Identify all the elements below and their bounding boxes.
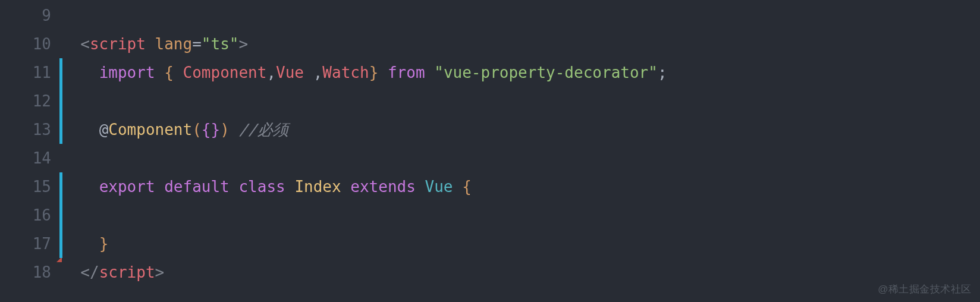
- line-number: 18: [0, 258, 51, 287]
- code-area[interactable]: <script lang="ts"> import { Component,Vu…: [62, 0, 667, 302]
- line-number: 16: [0, 201, 51, 229]
- code-line: [62, 1, 667, 30]
- code-line: [62, 144, 667, 172]
- code-line: </script>: [62, 258, 667, 287]
- code-line: @Component({}) //必须: [62, 115, 667, 144]
- code-line: import { Component,Vue ,Watch} from "vue…: [62, 58, 667, 87]
- modified-indicator: [59, 58, 62, 87]
- modified-indicator: [59, 229, 62, 258]
- line-number: 13: [0, 115, 51, 144]
- code-line: }: [62, 229, 667, 258]
- line-number: 17: [0, 229, 51, 258]
- code-line: <script lang="ts">: [62, 30, 667, 58]
- code-editor[interactable]: 9 10 11 12 13 14 15 16 17 18 <script lan…: [0, 0, 980, 302]
- line-number: 9: [0, 1, 51, 30]
- modified-indicator: [59, 172, 62, 201]
- code-line: export default class Index extends Vue {: [62, 172, 667, 201]
- code-line: [62, 87, 667, 115]
- modified-indicator: [59, 201, 62, 229]
- line-number: 11: [0, 58, 51, 87]
- line-number: 15: [0, 172, 51, 201]
- line-number: 10: [0, 30, 51, 58]
- modified-indicator: [59, 87, 62, 115]
- watermark-text: @稀土掘金技术社区: [878, 280, 972, 298]
- line-number: 14: [0, 144, 51, 172]
- line-number-gutter: 9 10 11 12 13 14 15 16 17 18: [0, 0, 62, 302]
- line-number: 12: [0, 87, 51, 115]
- modified-indicator: [59, 115, 62, 144]
- code-line: [62, 201, 667, 229]
